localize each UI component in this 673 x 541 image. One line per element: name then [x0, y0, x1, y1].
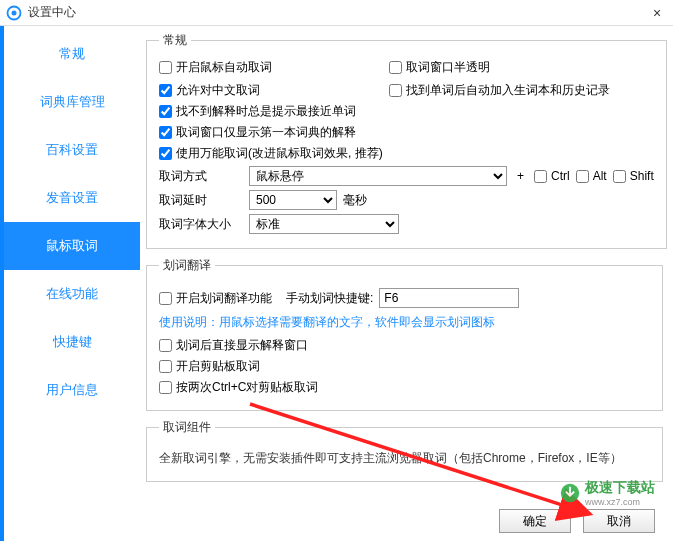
main-panel: 常规 开启鼠标自动取词 取词窗口半透明 允许对中文取词 找到单词后自动加入生词本… [140, 26, 673, 541]
sidebar-item-online[interactable]: 在线功能 [4, 270, 140, 318]
method-select[interactable]: 鼠标悬停 [249, 166, 507, 186]
footer-buttons: 确定 取消 [499, 509, 655, 533]
group-translate-title: 划词翻译 [159, 257, 215, 274]
delay-select[interactable]: 500 [249, 190, 337, 210]
close-icon[interactable]: × [647, 5, 667, 21]
check-ctrl[interactable]: Ctrl [534, 169, 570, 183]
watermark-icon [559, 482, 581, 504]
check-alt[interactable]: Alt [576, 169, 607, 183]
titlebar: 设置中心 × [0, 0, 673, 26]
sidebar-item-wiki[interactable]: 百科设置 [4, 126, 140, 174]
check-suggest-nearest[interactable]: 找不到解释时总是提示最接近单词 [159, 103, 356, 120]
sidebar-item-sound[interactable]: 发音设置 [4, 174, 140, 222]
content: 常规 词典库管理 百科设置 发音设置 鼠标取词 在线功能 快捷键 用户信息 常规… [0, 26, 673, 541]
translate-help: 使用说明：用鼠标选择需要翻译的文字，软件即会显示划词图标 [159, 314, 650, 331]
check-show-window[interactable]: 划词后直接显示解释窗口 [159, 337, 308, 354]
svg-point-3 [561, 484, 579, 502]
delay-unit: 毫秒 [343, 192, 367, 209]
sidebar-item-general[interactable]: 常规 [4, 30, 140, 78]
group-component-title: 取词组件 [159, 419, 215, 436]
svg-point-1 [12, 10, 17, 15]
plus-label: + [517, 169, 524, 183]
sidebar-item-user[interactable]: 用户信息 [4, 366, 140, 414]
group-component: 取词组件 全新取词引擎，无需安装插件即可支持主流浏览器取词（包括Chrome，F… [146, 419, 663, 482]
method-label: 取词方式 [159, 168, 243, 185]
sidebar: 常规 词典库管理 百科设置 发音设置 鼠标取词 在线功能 快捷键 用户信息 [0, 26, 140, 541]
sidebar-item-dicts[interactable]: 词典库管理 [4, 78, 140, 126]
check-allow-chinese[interactable]: 允许对中文取词 [159, 82, 389, 99]
watermark: 极速下载站 www.xz7.com [559, 479, 655, 507]
group-general-title: 常规 [159, 32, 191, 49]
sidebar-item-mouse-capture[interactable]: 鼠标取词 [4, 222, 140, 270]
delay-label: 取词延时 [159, 192, 243, 209]
font-label: 取词字体大小 [159, 216, 243, 233]
check-translucent[interactable]: 取词窗口半透明 [389, 59, 490, 76]
window-title: 设置中心 [28, 4, 647, 21]
check-auto-wordbook[interactable]: 找到单词后自动加入生词本和历史记录 [389, 82, 610, 99]
component-text: 全新取词引擎，无需安装插件即可支持主流浏览器取词（包括Chrome，Firefo… [159, 450, 650, 467]
ok-button[interactable]: 确定 [499, 509, 571, 533]
watermark-url: www.xz7.com [585, 497, 655, 507]
check-first-dict[interactable]: 取词窗口仅显示第一本词典的解释 [159, 124, 356, 141]
cancel-button[interactable]: 取消 [583, 509, 655, 533]
check-enable-translate[interactable]: 开启划词翻译功能 [159, 290, 272, 307]
group-translate: 划词翻译 开启划词翻译功能 手动划词快捷键: 使用说明：用鼠标选择需要翻译的文字… [146, 257, 663, 411]
check-double-ctrlc[interactable]: 按两次Ctrl+C对剪贴板取词 [159, 379, 318, 396]
hotkey-input[interactable] [379, 288, 519, 308]
check-shift[interactable]: Shift [613, 169, 654, 183]
hotkey-label: 手动划词快捷键: [286, 290, 373, 307]
check-universal[interactable]: 使用万能取词(改进鼠标取词效果, 推荐) [159, 145, 383, 162]
app-icon [6, 5, 22, 21]
sidebar-item-hotkey[interactable]: 快捷键 [4, 318, 140, 366]
group-general: 常规 开启鼠标自动取词 取词窗口半透明 允许对中文取词 找到单词后自动加入生词本… [146, 32, 667, 249]
check-enable-mouse[interactable]: 开启鼠标自动取词 [159, 59, 389, 76]
check-clipboard[interactable]: 开启剪贴板取词 [159, 358, 260, 375]
font-select[interactable]: 标准 [249, 214, 399, 234]
